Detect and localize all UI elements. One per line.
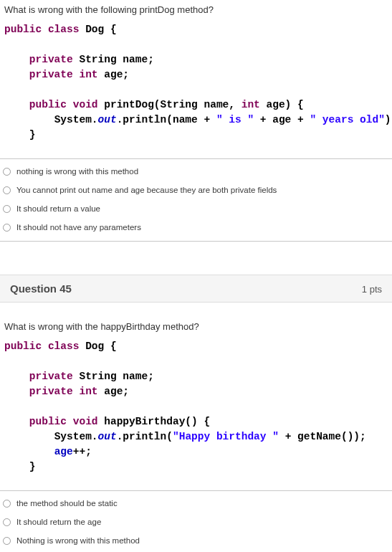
class-decl: Dog { [85,24,117,35]
choice-option[interactable]: You cannot print out name and age becaus… [0,181,392,199]
question-44-prompt: What is wrong with the following printDo… [4,4,388,15]
sys: System. [54,431,98,442]
sys: System. [54,114,98,125]
radio-icon [3,168,11,176]
kw-class: class [48,341,80,352]
str-is: " is " [216,114,254,125]
kw-private: private [29,386,73,397]
kw-private: private [29,69,73,80]
choice-option[interactable]: It should return the age [0,513,392,531]
field-name: String name; [79,371,153,382]
age-ref: age [54,446,73,457]
question-45-prompt: What is wrong with the happyBirthday met… [4,321,388,332]
choice-label: It should not have any parameters [16,223,141,232]
kw-int: int [79,69,97,80]
radio-icon [3,518,11,526]
kw-void: void [73,99,98,110]
kw-void: void [73,416,98,427]
kw-public: public [4,24,42,35]
kw-public: public [29,416,67,427]
choice-option[interactable]: the method should be static [0,494,392,513]
field-name: String name; [79,54,153,65]
method-sig: happyBirthday() { [104,416,210,427]
kw-public: public [29,99,67,110]
out-field: out [98,431,117,442]
kw-public: public [4,341,42,352]
choice-label: the method should be static [16,499,118,508]
radio-icon [3,537,11,545]
choice-label: It should return the age [16,518,101,526]
question-44-code: public class Dog { private String name; … [0,22,392,154]
radio-icon [3,186,11,194]
divider [0,241,392,242]
str-hb: "Happy birthday " [173,431,279,442]
kw-int: int [242,99,260,110]
str-years: " years old" [310,114,384,125]
choice-option[interactable]: It should return a value [0,199,392,218]
concat: + age + [260,114,304,125]
choice-option[interactable]: It should not have any parameters [0,218,392,237]
println-call: .println( [117,431,173,442]
method-sig-end: age) { [267,99,304,110]
choice-label: You cannot print out name and age becaus… [16,186,277,194]
radio-icon [3,205,11,213]
choice-label: Nothing is wrong with this method [16,536,140,545]
radio-icon [3,500,11,508]
question-45-header: Question 45 1 pts [0,275,392,303]
class-decl: Dog { [85,341,117,352]
kw-int: int [79,386,97,397]
inc: ++; [73,446,92,457]
kw-private: private [29,371,73,382]
choice-label: It should return a value [16,204,100,213]
choice-label: nothing is wrong with this method [16,167,138,176]
choice-option[interactable]: nothing is wrong with this method [0,162,392,181]
method-sig: printDog(String name, [104,99,235,110]
brace-close: } [29,129,36,141]
kw-private: private [29,54,73,65]
question-45-code: public class Dog { private String name; … [0,339,392,486]
brace-close: } [29,461,36,472]
stmt-end: ); [385,114,392,125]
question-44-choices: nothing is wrong with this method You ca… [0,159,392,237]
field-age: age; [104,69,129,80]
radio-icon [3,224,11,232]
concat-getname: + getName()); [285,431,366,442]
println-call: .println(name + [117,114,211,125]
question-45-choices: the method should be static It should re… [0,491,392,552]
question-title: Question 45 [10,282,72,295]
kw-class: class [48,24,80,35]
question-45-block: What is wrong with the happyBirthday met… [0,321,392,552]
out-field: out [98,114,117,125]
field-age: age; [104,386,129,397]
question-44-block: What is wrong with the following printDo… [0,4,392,250]
question-points: 1 pts [362,284,382,295]
choice-option[interactable]: Nothing is wrong with this method [0,531,392,550]
